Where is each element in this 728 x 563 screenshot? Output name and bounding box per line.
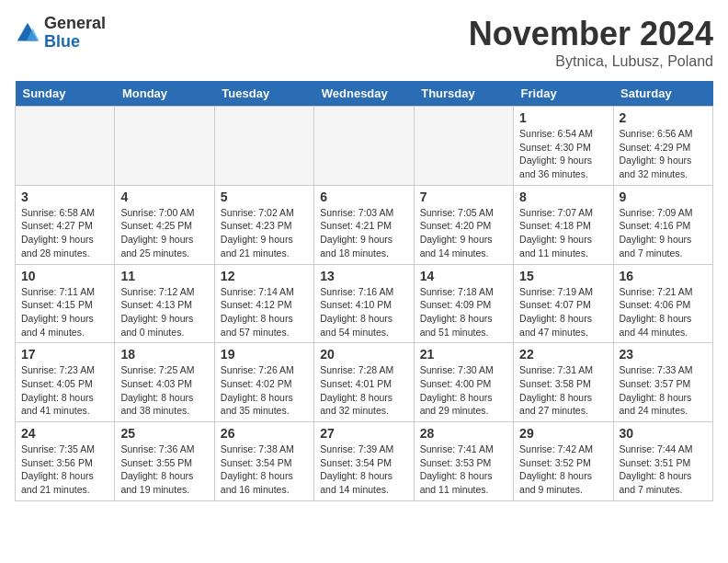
calendar-cell: 29Sunrise: 7:42 AM Sunset: 3:52 PM Dayli… bbox=[514, 422, 613, 501]
day-info: Sunrise: 7:33 AM Sunset: 3:57 PM Dayligh… bbox=[620, 363, 707, 418]
day-number: 16 bbox=[620, 269, 707, 283]
calendar-cell: 8Sunrise: 7:07 AM Sunset: 4:18 PM Daylig… bbox=[514, 185, 613, 264]
day-of-week-header: Friday bbox=[514, 81, 613, 107]
day-number: 25 bbox=[120, 426, 208, 441]
calendar-cell: 3Sunrise: 6:58 AM Sunset: 4:27 PM Daylig… bbox=[16, 185, 115, 264]
day-number: 24 bbox=[21, 426, 108, 441]
day-number: 27 bbox=[320, 426, 407, 441]
day-number: 12 bbox=[221, 269, 308, 283]
day-number: 2 bbox=[620, 110, 707, 125]
day-info: Sunrise: 7:02 AM Sunset: 4:23 PM Dayligh… bbox=[221, 206, 308, 260]
day-info: Sunrise: 7:16 AM Sunset: 4:10 PM Dayligh… bbox=[320, 285, 407, 339]
day-info: Sunrise: 7:12 AM Sunset: 4:13 PM Dayligh… bbox=[120, 285, 208, 339]
calendar-cell: 23Sunrise: 7:33 AM Sunset: 3:57 PM Dayli… bbox=[613, 343, 712, 422]
day-info: Sunrise: 7:25 AM Sunset: 4:03 PM Dayligh… bbox=[120, 363, 208, 418]
calendar-cell: 26Sunrise: 7:38 AM Sunset: 3:54 PM Dayli… bbox=[214, 422, 313, 501]
day-number: 8 bbox=[519, 190, 607, 204]
day-info: Sunrise: 7:28 AM Sunset: 4:01 PM Dayligh… bbox=[320, 363, 407, 418]
day-info: Sunrise: 7:36 AM Sunset: 3:55 PM Dayligh… bbox=[120, 442, 208, 497]
calendar-cell: 5Sunrise: 7:02 AM Sunset: 4:23 PM Daylig… bbox=[214, 185, 313, 264]
day-info: Sunrise: 7:07 AM Sunset: 4:18 PM Dayligh… bbox=[519, 206, 607, 260]
day-info: Sunrise: 7:26 AM Sunset: 4:02 PM Dayligh… bbox=[221, 363, 308, 418]
header: General Blue November 2024 Bytnica, Lubu… bbox=[15, 15, 713, 70]
calendar-cell: 22Sunrise: 7:31 AM Sunset: 3:58 PM Dayli… bbox=[514, 343, 613, 422]
calendar-cell: 9Sunrise: 7:09 AM Sunset: 4:16 PM Daylig… bbox=[613, 185, 712, 264]
day-info: Sunrise: 7:35 AM Sunset: 3:56 PM Dayligh… bbox=[21, 442, 108, 497]
day-number: 21 bbox=[420, 347, 507, 362]
day-of-week-header: Sunday bbox=[16, 81, 115, 107]
day-number: 1 bbox=[519, 110, 607, 125]
calendar-week-row: 17Sunrise: 7:23 AM Sunset: 4:05 PM Dayli… bbox=[16, 343, 713, 422]
day-number: 22 bbox=[519, 347, 607, 362]
day-number: 20 bbox=[320, 347, 407, 362]
calendar-cell: 27Sunrise: 7:39 AM Sunset: 3:54 PM Dayli… bbox=[314, 422, 414, 501]
day-info: Sunrise: 7:00 AM Sunset: 4:25 PM Dayligh… bbox=[120, 206, 208, 260]
location: Bytnica, Lubusz, Poland bbox=[469, 53, 713, 70]
day-number: 28 bbox=[420, 426, 507, 441]
calendar-cell: 2Sunrise: 6:56 AM Sunset: 4:29 PM Daylig… bbox=[613, 107, 712, 186]
day-info: Sunrise: 6:56 AM Sunset: 4:29 PM Dayligh… bbox=[620, 127, 707, 181]
day-number: 15 bbox=[519, 269, 607, 283]
day-number: 13 bbox=[320, 269, 407, 283]
day-info: Sunrise: 7:19 AM Sunset: 4:07 PM Dayligh… bbox=[519, 285, 607, 339]
day-number: 19 bbox=[221, 347, 308, 362]
calendar-cell: 30Sunrise: 7:44 AM Sunset: 3:51 PM Dayli… bbox=[613, 422, 712, 501]
calendar-cell: 10Sunrise: 7:11 AM Sunset: 4:15 PM Dayli… bbox=[16, 264, 115, 343]
calendar-table: SundayMondayTuesdayWednesdayThursdayFrid… bbox=[15, 81, 713, 501]
day-number: 6 bbox=[320, 190, 407, 204]
month-title: November 2024 bbox=[469, 15, 713, 53]
day-info: Sunrise: 7:39 AM Sunset: 3:54 PM Dayligh… bbox=[320, 442, 407, 497]
day-info: Sunrise: 7:11 AM Sunset: 4:15 PM Dayligh… bbox=[21, 285, 108, 339]
day-info: Sunrise: 7:41 AM Sunset: 3:53 PM Dayligh… bbox=[420, 442, 507, 497]
calendar-cell bbox=[314, 107, 414, 186]
day-info: Sunrise: 7:30 AM Sunset: 4:00 PM Dayligh… bbox=[420, 363, 507, 418]
calendar-cell: 6Sunrise: 7:03 AM Sunset: 4:21 PM Daylig… bbox=[314, 185, 414, 264]
day-info: Sunrise: 6:58 AM Sunset: 4:27 PM Dayligh… bbox=[21, 206, 108, 260]
day-info: Sunrise: 7:05 AM Sunset: 4:20 PM Dayligh… bbox=[420, 206, 507, 260]
day-info: Sunrise: 7:42 AM Sunset: 3:52 PM Dayligh… bbox=[519, 442, 607, 497]
calendar-cell: 20Sunrise: 7:28 AM Sunset: 4:01 PM Dayli… bbox=[314, 343, 414, 422]
logo-blue: Blue bbox=[44, 32, 80, 51]
day-of-week-header: Thursday bbox=[414, 81, 513, 107]
day-number: 9 bbox=[620, 190, 707, 204]
logo-general: General bbox=[44, 14, 106, 32]
day-of-week-header: Monday bbox=[115, 81, 214, 107]
calendar-cell bbox=[414, 107, 513, 186]
title-area: November 2024 Bytnica, Lubusz, Poland bbox=[469, 15, 713, 70]
calendar-cell: 7Sunrise: 7:05 AM Sunset: 4:20 PM Daylig… bbox=[414, 185, 513, 264]
day-info: Sunrise: 7:09 AM Sunset: 4:16 PM Dayligh… bbox=[620, 206, 707, 260]
day-number: 10 bbox=[21, 269, 108, 283]
day-number: 5 bbox=[221, 190, 308, 204]
day-number: 26 bbox=[221, 426, 308, 441]
calendar-cell: 12Sunrise: 7:14 AM Sunset: 4:12 PM Dayli… bbox=[214, 264, 313, 343]
calendar-cell: 15Sunrise: 7:19 AM Sunset: 4:07 PM Dayli… bbox=[514, 264, 613, 343]
calendar-week-row: 10Sunrise: 7:11 AM Sunset: 4:15 PM Dayli… bbox=[16, 264, 713, 343]
calendar-cell: 17Sunrise: 7:23 AM Sunset: 4:05 PM Dayli… bbox=[16, 343, 115, 422]
day-info: Sunrise: 7:44 AM Sunset: 3:51 PM Dayligh… bbox=[620, 442, 707, 497]
day-number: 11 bbox=[120, 269, 208, 283]
day-number: 23 bbox=[620, 347, 707, 362]
day-number: 18 bbox=[120, 347, 208, 362]
calendar-cell: 11Sunrise: 7:12 AM Sunset: 4:13 PM Dayli… bbox=[115, 264, 214, 343]
calendar-week-row: 24Sunrise: 7:35 AM Sunset: 3:56 PM Dayli… bbox=[16, 422, 713, 501]
day-info: Sunrise: 7:38 AM Sunset: 3:54 PM Dayligh… bbox=[221, 442, 308, 497]
calendar-cell: 25Sunrise: 7:36 AM Sunset: 3:55 PM Dayli… bbox=[115, 422, 214, 501]
calendar-cell: 13Sunrise: 7:16 AM Sunset: 4:10 PM Dayli… bbox=[314, 264, 414, 343]
day-info: Sunrise: 7:23 AM Sunset: 4:05 PM Dayligh… bbox=[21, 363, 108, 418]
days-header-row: SundayMondayTuesdayWednesdayThursdayFrid… bbox=[16, 81, 713, 107]
calendar-cell: 18Sunrise: 7:25 AM Sunset: 4:03 PM Dayli… bbox=[115, 343, 214, 422]
day-of-week-header: Wednesday bbox=[314, 81, 414, 107]
calendar-cell bbox=[115, 107, 214, 186]
logo-icon bbox=[15, 20, 40, 46]
day-number: 14 bbox=[420, 269, 507, 283]
day-number: 3 bbox=[21, 190, 108, 204]
day-info: Sunrise: 7:31 AM Sunset: 3:58 PM Dayligh… bbox=[519, 363, 607, 418]
day-info: Sunrise: 7:18 AM Sunset: 4:09 PM Dayligh… bbox=[420, 285, 507, 339]
day-of-week-header: Saturday bbox=[613, 81, 712, 107]
day-number: 17 bbox=[21, 347, 108, 362]
day-of-week-header: Tuesday bbox=[214, 81, 313, 107]
calendar-cell: 28Sunrise: 7:41 AM Sunset: 3:53 PM Dayli… bbox=[414, 422, 513, 501]
calendar-week-row: 1Sunrise: 6:54 AM Sunset: 4:30 PM Daylig… bbox=[16, 107, 713, 186]
calendar-cell: 16Sunrise: 7:21 AM Sunset: 4:06 PM Dayli… bbox=[613, 264, 712, 343]
day-info: Sunrise: 7:03 AM Sunset: 4:21 PM Dayligh… bbox=[320, 206, 407, 260]
